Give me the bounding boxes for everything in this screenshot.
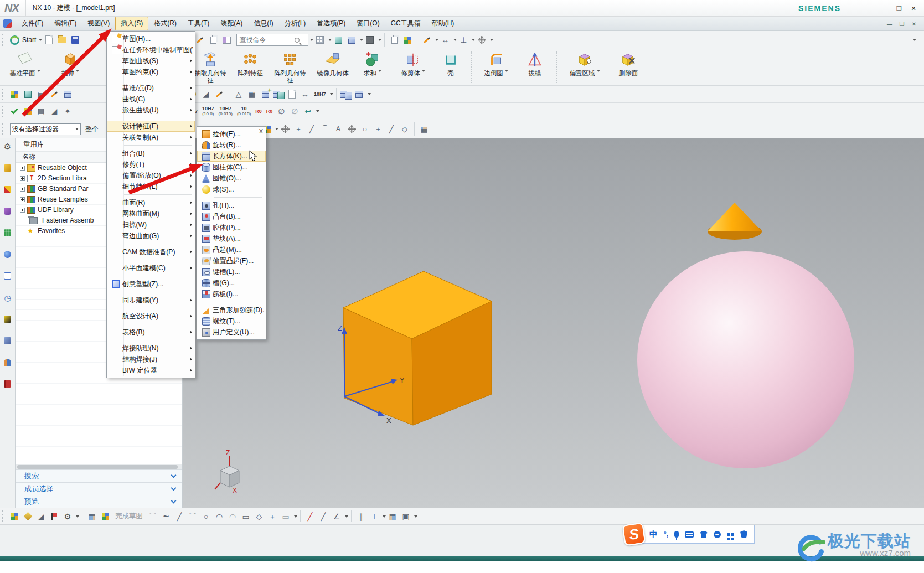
line-tool-button[interactable] <box>173 510 186 523</box>
process-studio-icon[interactable] <box>3 314 12 324</box>
menu-item-biw-locator[interactable]: BIW 定位器 <box>107 365 195 376</box>
chevron-down-icon[interactable] <box>316 110 319 112</box>
microphone-icon[interactable] <box>674 531 679 538</box>
menu-item-facet-modeling[interactable]: 小平面建模(C) <box>107 262 195 273</box>
submenu-item-boss[interactable]: 凸台(B)... <box>197 211 266 222</box>
datum-csys-button[interactable] <box>199 87 213 101</box>
parallel-constraint-button[interactable] <box>354 510 368 523</box>
assembly-navigator-icon[interactable] <box>3 163 12 173</box>
layers-button[interactable] <box>34 105 48 118</box>
maximize-button[interactable]: ❐ <box>893 3 905 13</box>
toolbox-grid-icon[interactable] <box>727 533 730 536</box>
menu-item-combine[interactable]: 组合(B) <box>107 148 195 159</box>
measure-distance-button[interactable] <box>298 87 312 101</box>
part-family-table-button[interactable] <box>245 87 259 101</box>
chevron-down-icon[interactable] <box>345 515 348 518</box>
find-command-box[interactable] <box>236 34 308 46</box>
edit-object-display-button[interactable] <box>48 87 61 101</box>
menu-item-flange-surface[interactable]: 弯边曲面(G) <box>107 230 195 241</box>
menu-item-sketch-in-task[interactable]: 在任务环境中绘制草图(V)... <box>107 44 195 55</box>
chevron-down-icon[interactable] <box>422 70 425 72</box>
menu-item-sketch-curve[interactable]: 草图曲线(S) <box>107 55 195 66</box>
submenu-item-block[interactable]: 长方体(K)... <box>197 151 266 162</box>
radius-chip[interactable]: R0 <box>253 109 264 114</box>
roles-icon[interactable] <box>3 358 12 367</box>
fillet-tool-button[interactable] <box>226 510 239 523</box>
ribbon-unite-button[interactable]: 求和 <box>353 49 392 85</box>
chamfer-tool-button[interactable] <box>330 510 343 523</box>
skin-icon[interactable] <box>700 531 708 538</box>
ribbon-offset-region-button[interactable]: 偏置区域 <box>560 49 609 85</box>
system-materials-icon[interactable] <box>3 379 12 389</box>
toolbar-grip[interactable] <box>2 106 5 117</box>
paired-cubes-button[interactable] <box>272 87 285 101</box>
part-navigator-button[interactable] <box>220 33 233 47</box>
render-style-shaded-button[interactable] <box>332 33 345 47</box>
chevron-down-icon[interactable] <box>368 93 371 95</box>
menu-item-datum-point[interactable]: 基准/点(D) <box>107 82 195 94</box>
chinese-mode-button[interactable]: 中 <box>649 529 658 540</box>
flag-button[interactable] <box>48 510 61 523</box>
ok-check-button[interactable] <box>8 105 21 118</box>
chevron-down-icon[interactable] <box>378 70 381 72</box>
ribbon-trim-body-button[interactable]: 修剪体 <box>392 49 434 85</box>
menu-window[interactable]: 窗口(O) <box>351 17 385 30</box>
menu-item-sketch[interactable]: 草图(H)... <box>107 33 195 44</box>
dim-chip[interactable]: 10(0.015) <box>235 106 253 116</box>
submenu-item-offset-emboss[interactable]: 偏置凸起(F)... <box>197 255 266 266</box>
menu-analysis[interactable]: 分析(L) <box>279 17 312 30</box>
menu-item-weld-assistant[interactable]: 焊接助理(N) <box>107 343 195 354</box>
triangle-mesh-button[interactable] <box>232 87 245 101</box>
constraints-button[interactable] <box>457 33 470 47</box>
submenu-item-emboss[interactable]: 凸起(M)... <box>197 244 266 255</box>
submenu-item-keyslot[interactable]: 键槽(L)... <box>197 266 266 277</box>
menu-gc-toolbox[interactable]: GC工具箱 <box>385 17 426 30</box>
submenu-item-revolve[interactable]: 旋转(R)... <box>197 140 266 151</box>
ribbon-shell-button[interactable]: 壳 <box>434 49 467 85</box>
menu-view[interactable]: 视图(V) <box>82 17 115 30</box>
window-cascade-button[interactable] <box>388 33 401 47</box>
horizontal-scrollbar[interactable] <box>16 464 182 469</box>
submenu-item-user-defined[interactable]: 用户定义(U)... <box>197 327 266 338</box>
menu-item-design-feature[interactable]: 设计特征(E) <box>107 121 195 132</box>
tolerance-chip-button[interactable]: 10H7 <box>312 92 328 97</box>
expand-icon[interactable] <box>20 197 25 202</box>
submenu-close-button[interactable]: X <box>259 128 263 135</box>
expand-icon[interactable] <box>20 176 25 181</box>
preview-section-header[interactable]: 预览 <box>16 495 182 508</box>
menu-item-detail-feature[interactable]: 细节特征(L) <box>107 181 195 192</box>
finish-sketch-button[interactable]: 完成草图 <box>115 512 143 521</box>
reuse-library-icon[interactable] <box>3 228 12 238</box>
manufacturing-icon[interactable] <box>3 336 12 345</box>
chevron-down-icon[interactable] <box>490 39 493 41</box>
extend-curve-button[interactable] <box>317 510 330 523</box>
radius-chip[interactable]: R0 <box>264 109 275 114</box>
search-section-header[interactable]: 搜索 <box>16 469 182 482</box>
scrollbar-thumb[interactable] <box>17 465 178 469</box>
chevron-down-icon[interactable] <box>76 70 79 72</box>
settings-shield-icon[interactable] <box>740 530 747 538</box>
menu-format[interactable]: 格式(R) <box>148 17 182 30</box>
submenu-item-extrude[interactable]: 拉伸(E)... <box>197 128 266 140</box>
menu-insert[interactable]: 插入(S) <box>115 17 148 30</box>
gold-nugget-button[interactable] <box>21 510 34 523</box>
chevron-down-icon[interactable] <box>597 70 600 72</box>
pattern-quad-button[interactable] <box>8 510 21 523</box>
start-button[interactable]: Start <box>22 36 36 44</box>
display-mode-button[interactable] <box>8 87 21 101</box>
fit-snap-button[interactable] <box>332 122 345 136</box>
submenu-item-pad[interactable]: 垫块(A)... <box>197 233 266 244</box>
menu-item-table[interactable]: 表格(B) <box>107 327 195 338</box>
menu-item-sweep[interactable]: 扫掠(W) <box>107 219 195 230</box>
view-layout-button[interactable] <box>313 33 327 47</box>
display-options-button[interactable] <box>399 510 412 523</box>
toolbar-grip[interactable] <box>2 123 5 135</box>
submenu-item-rib[interactable]: 筋板(I)... <box>197 288 266 300</box>
point-snap-button[interactable] <box>292 122 305 136</box>
shaded-view-button[interactable] <box>21 87 34 101</box>
ribbon-edge-blend-button[interactable]: 边倒圆 <box>475 49 517 85</box>
copy-display-button[interactable] <box>207 33 220 47</box>
chevron-down-icon[interactable] <box>505 70 508 72</box>
arc-tool-button[interactable] <box>186 510 199 523</box>
quadrant-snap-button[interactable] <box>398 122 411 136</box>
